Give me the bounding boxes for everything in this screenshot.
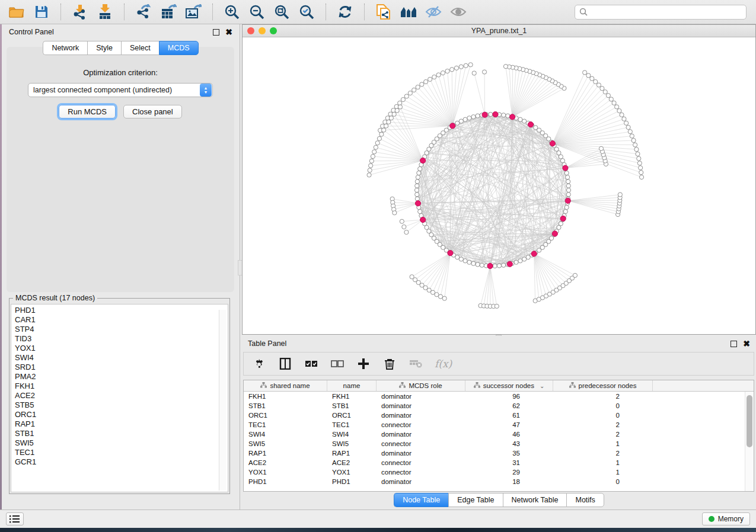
network-node[interactable] (502, 263, 506, 267)
network-node[interactable] (564, 205, 569, 209)
network-node[interactable] (639, 175, 643, 179)
network-node[interactable] (387, 120, 391, 124)
result-list-scrollbar[interactable] (219, 310, 227, 491)
create-column-icon[interactable] (356, 357, 371, 371)
network-node[interactable] (463, 259, 467, 263)
network-node[interactable] (416, 85, 420, 89)
import-network-icon[interactable] (69, 2, 91, 21)
export-table-icon[interactable] (158, 2, 179, 21)
export-image-icon[interactable] (183, 2, 204, 21)
select-all-icon[interactable] (304, 357, 318, 371)
result-node[interactable]: PHD1 (15, 306, 228, 315)
result-node[interactable]: STB1 (15, 429, 228, 438)
network-node[interactable] (467, 116, 471, 120)
network-node[interactable] (564, 171, 569, 175)
network-node[interactable] (566, 184, 570, 188)
task-history-button[interactable] (6, 512, 24, 525)
column-header-shared-name[interactable]: shared name (244, 380, 327, 391)
run-mcds-button[interactable]: Run MCDS (59, 105, 116, 118)
hide-selected-icon[interactable] (423, 2, 444, 21)
network-node[interactable] (395, 108, 399, 113)
network-node[interactable] (476, 114, 480, 118)
mcds-hub-node[interactable] (563, 165, 568, 171)
network-node[interactable] (639, 171, 643, 175)
search-box[interactable] (575, 5, 747, 20)
memory-button[interactable]: Memory (702, 512, 750, 525)
network-node[interactable] (522, 119, 527, 123)
table-row[interactable]: PHD1PHD1dominator180 (244, 477, 745, 486)
mcds-hub-node[interactable] (528, 122, 533, 127)
mcds-hub-node[interactable] (565, 198, 570, 203)
network-node[interactable] (636, 152, 640, 156)
import-table-icon[interactable] (94, 2, 116, 21)
mcds-result-list[interactable]: PHD1CAR1STP4TID3YOX1SWI4SRD1PMA2FKH1ACE2… (11, 304, 228, 492)
network-node[interactable] (408, 91, 412, 95)
network-node[interactable] (415, 197, 419, 201)
mcds-hub-node[interactable] (450, 123, 455, 129)
network-node[interactable] (404, 230, 409, 234)
network-node[interactable] (566, 193, 570, 197)
table-row[interactable]: STB1STB1dominator620 (244, 401, 745, 411)
network-node[interactable] (560, 159, 564, 163)
network-node[interactable] (414, 188, 419, 192)
mcds-hub-node[interactable] (550, 141, 555, 146)
network-node[interactable] (497, 264, 501, 268)
close-panel-button[interactable]: Close panel (123, 105, 182, 118)
network-node[interactable] (600, 86, 604, 91)
tab-motifs[interactable]: Motifs (566, 493, 604, 507)
network-node[interactable] (420, 82, 424, 86)
close-table-panel-icon[interactable]: ✖ (743, 341, 750, 347)
network-node[interactable] (401, 97, 405, 101)
tab-network[interactable]: Network (43, 41, 87, 55)
result-node[interactable]: SRD1 (15, 363, 228, 372)
apply-layout-icon[interactable] (334, 2, 356, 21)
deselect-all-icon[interactable] (330, 357, 344, 371)
mcds-hub-node[interactable] (415, 201, 420, 206)
network-node[interactable] (402, 225, 406, 229)
network-node[interactable] (418, 166, 422, 171)
network-node[interactable] (620, 113, 624, 117)
float-panel-icon[interactable] (213, 29, 219, 36)
network-node[interactable] (459, 65, 463, 69)
network-node[interactable] (493, 264, 497, 268)
result-node[interactable]: STB5 (15, 400, 228, 410)
network-node[interactable] (464, 63, 468, 68)
result-node[interactable]: RAP1 (15, 419, 228, 429)
network-node[interactable] (393, 211, 397, 215)
mcds-hub-node[interactable] (420, 158, 426, 163)
result-node[interactable]: TEC1 (15, 448, 228, 457)
optimization-criterion-select[interactable]: largest connected component (undirected)… (28, 83, 213, 97)
tab-mcds[interactable]: MCDS (159, 41, 199, 55)
network-node[interactable] (503, 65, 508, 69)
network-node[interactable] (476, 262, 480, 267)
network-node[interactable] (480, 263, 484, 267)
network-node[interactable] (400, 219, 404, 223)
network-node[interactable] (375, 141, 379, 145)
network-node[interactable] (626, 125, 630, 129)
network-node[interactable] (612, 101, 616, 105)
search-input[interactable] (591, 8, 742, 16)
result-node[interactable]: STP4 (15, 325, 228, 334)
network-node[interactable] (454, 66, 458, 70)
table-row[interactable]: ACE2ACE2connector311 (244, 458, 745, 467)
network-node[interactable] (369, 159, 374, 163)
network-node[interactable] (398, 101, 402, 105)
network-node[interactable] (424, 79, 428, 84)
network-node[interactable] (603, 90, 607, 94)
mcds-hub-node[interactable] (487, 263, 493, 268)
zoom-in-icon[interactable] (221, 2, 243, 21)
network-node[interactable] (428, 77, 432, 81)
network-node[interactable] (631, 138, 636, 142)
network-node[interactable] (441, 70, 445, 75)
result-node[interactable]: TID3 (15, 334, 228, 344)
network-node[interactable] (596, 83, 601, 87)
result-node[interactable]: SWI5 (15, 438, 228, 448)
network-node[interactable] (445, 69, 449, 73)
table-scrollbar-thumb[interactable] (747, 395, 752, 447)
network-node[interactable] (416, 175, 420, 180)
tab-edge-table[interactable]: Edge Table (448, 493, 502, 507)
show-columns-icon[interactable] (278, 357, 292, 371)
network-node[interactable] (455, 255, 460, 259)
network-node[interactable] (618, 193, 622, 197)
mcds-hub-node[interactable] (552, 231, 557, 236)
